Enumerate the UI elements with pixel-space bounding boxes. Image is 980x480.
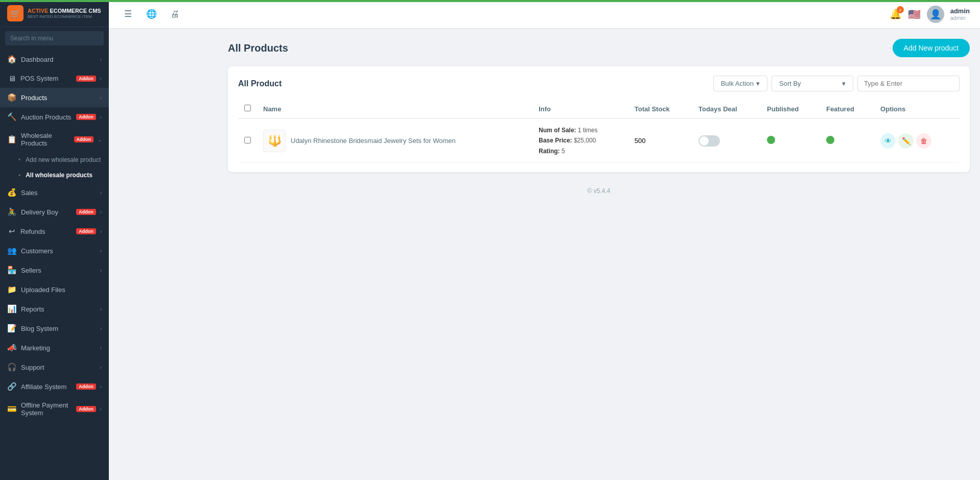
sidebar-item-marketing[interactable]: 📣 Marketing ›	[0, 338, 109, 357]
chevron-down-icon: ▾	[842, 80, 846, 87]
brand-rest: ECOMMERCE CMS	[50, 8, 101, 14]
sidebar-item-products[interactable]: 📦 Products ›	[0, 88, 109, 107]
chevron-right-icon: ›	[100, 76, 102, 81]
chevron-right-icon: ›	[100, 326, 102, 331]
product-info: Num of Sale: 1 times Base Price: $25,000…	[539, 125, 622, 156]
products-table: Name Info Total Stock Todays Deal Publis…	[238, 100, 960, 163]
action-buttons: 👁 ✏️ 🗑	[880, 133, 953, 149]
sidebar-item-customers[interactable]: 👥 Customers ›	[0, 241, 109, 260]
sidebar-item-all-wholesale[interactable]: All wholesale products	[0, 167, 109, 183]
sidebar-item-auction[interactable]: 🔨 Auction Products Addon ›	[0, 107, 109, 127]
chevron-right-icon: ›	[100, 345, 102, 351]
globe-button[interactable]: 🌐	[143, 6, 160, 23]
view-button[interactable]: 👁	[880, 133, 896, 149]
name-header: Name	[257, 100, 532, 118]
delete-button[interactable]: 🗑	[916, 133, 931, 149]
addon-badge: Addon	[76, 114, 96, 120]
search-input[interactable]	[5, 31, 104, 45]
addon-badge: Addon	[76, 406, 96, 412]
sidebar-item-label: Reports	[21, 305, 96, 313]
sales-icon: 💰	[7, 188, 17, 197]
sidebar-item-wholesale[interactable]: 📋 Wholesale Products Addon ⌄	[0, 127, 109, 152]
published-status	[767, 136, 775, 144]
chevron-right-icon: ›	[100, 384, 102, 390]
addon-badge: Addon	[76, 76, 96, 82]
sidebar-item-label: Refunds	[20, 228, 72, 235]
admin-info: admin admin	[950, 7, 970, 21]
addon-badge: Addon	[76, 209, 96, 215]
sidebar-item-refunds[interactable]: ↩ Refunds Addon ›	[0, 222, 109, 241]
print-button[interactable]: 🖨	[166, 6, 183, 23]
blog-icon: 📝	[7, 324, 17, 333]
addon-badge: Addon	[74, 136, 94, 142]
sidebar-item-sales[interactable]: 💰 Sales ›	[0, 183, 109, 202]
info-header: Info	[532, 100, 628, 118]
sidebar-item-label: Products	[21, 94, 96, 102]
sidebar-item-dashboard[interactable]: 🏠 Dashboard ›	[0, 50, 109, 69]
todays-deal-toggle[interactable]	[698, 135, 720, 147]
add-new-product-button[interactable]: Add New product	[893, 39, 970, 57]
search-input[interactable]	[857, 76, 960, 91]
sidebar-item-label: Sales	[21, 189, 96, 197]
sellers-icon: 🏪	[7, 266, 17, 275]
chevron-right-icon: ›	[100, 190, 102, 196]
sidebar-item-label: Affiliate System	[21, 383, 72, 391]
sidebar-item-support[interactable]: 🎧 Support ›	[0, 357, 109, 377]
sidebar-item-affiliate[interactable]: 🔗 Affiliate System Addon ›	[0, 377, 109, 396]
published-cell	[761, 118, 820, 163]
sidebar-item-add-wholesale[interactable]: Add new wholesale product	[0, 152, 109, 167]
addon-badge: Addon	[76, 383, 96, 390]
product-card-actions: Bulk Action ▾ Sort By ▾	[713, 76, 960, 91]
notification-badge: 1	[897, 6, 904, 13]
page-title: All Products	[228, 42, 288, 54]
delivery-icon: 🚴	[7, 207, 17, 217]
row-checkbox[interactable]	[244, 137, 251, 143]
product-name-cell: 🔱 Udalyn Rhinestone Bridesmaid Jewelry S…	[257, 118, 532, 163]
sidebar-item-pos[interactable]: 🖥 POS System Addon ›	[0, 69, 109, 88]
chevron-right-icon: ›	[100, 248, 102, 254]
sidebar-item-uploaded[interactable]: 📁 Uploaded Files	[0, 280, 109, 299]
brand-highlight: ACTIVE	[28, 8, 50, 14]
featured-cell	[820, 118, 874, 163]
table-row: 🔱 Udalyn Rhinestone Bridesmaid Jewelry S…	[238, 118, 960, 163]
todays-deal-header: Todays Deal	[692, 100, 761, 118]
sidebar-search-container	[0, 27, 109, 50]
all-wholesale-label: All wholesale products	[26, 172, 92, 179]
sidebar-item-sellers[interactable]: 🏪 Sellers ›	[0, 260, 109, 280]
sidebar-item-delivery[interactable]: 🚴 Delivery Boy Addon ›	[0, 202, 109, 222]
sort-by-button[interactable]: Sort By ▾	[772, 76, 853, 91]
product-name: Udalyn Rhinestone Bridesmaid Jewelry Set…	[291, 137, 456, 145]
sidebar-item-label: Marketing	[21, 344, 96, 352]
bulk-action-button[interactable]: Bulk Action ▾	[713, 76, 767, 91]
sidebar-item-label: Sellers	[21, 267, 96, 274]
notification-button[interactable]: 🔔 1	[890, 8, 902, 20]
sidebar-item-offline[interactable]: 💳 Offline Payment System Addon ›	[0, 396, 109, 422]
avatar[interactable]: 👤	[927, 6, 944, 23]
sort-by-label: Sort By	[779, 80, 801, 87]
product-thumbnail: 🔱	[263, 130, 286, 152]
sidebar-item-reports[interactable]: 📊 Reports ›	[0, 299, 109, 319]
brand-tagline: BEST RATED ECOMMERCE ITEM	[28, 14, 101, 19]
chevron-right-icon: ›	[100, 365, 102, 370]
chevron-down-icon: ▾	[756, 80, 760, 87]
affiliate-icon: 🔗	[7, 382, 17, 391]
reports-icon: 📊	[7, 304, 17, 314]
chevron-right-icon: ›	[100, 95, 102, 101]
sidebar-item-label: Blog System	[21, 325, 96, 332]
select-all-header	[238, 100, 257, 118]
chevron-right-icon: ›	[100, 406, 102, 412]
product-card-header: All Product Bulk Action ▾ Sort By ▾	[238, 76, 960, 91]
sidebar-item-blog[interactable]: 📝 Blog System ›	[0, 319, 109, 338]
refunds-icon: ↩	[7, 227, 16, 236]
auction-icon: 🔨	[7, 112, 17, 122]
language-flag[interactable]: 🇺🇸	[908, 8, 921, 20]
chevron-right-icon: ›	[100, 57, 102, 62]
edit-button[interactable]: ✏️	[898, 133, 914, 149]
product-info-cell: Num of Sale: 1 times Base Price: $25,000…	[532, 118, 628, 163]
select-all-checkbox[interactable]	[244, 105, 251, 111]
sidebar-item-label: Dashboard	[21, 56, 96, 63]
chevron-right-icon: ›	[100, 209, 102, 215]
options-cell: 👁 ✏️ 🗑	[874, 118, 960, 163]
menu-toggle-button[interactable]: ☰	[119, 6, 136, 23]
total-stock-value: 500	[635, 137, 646, 145]
